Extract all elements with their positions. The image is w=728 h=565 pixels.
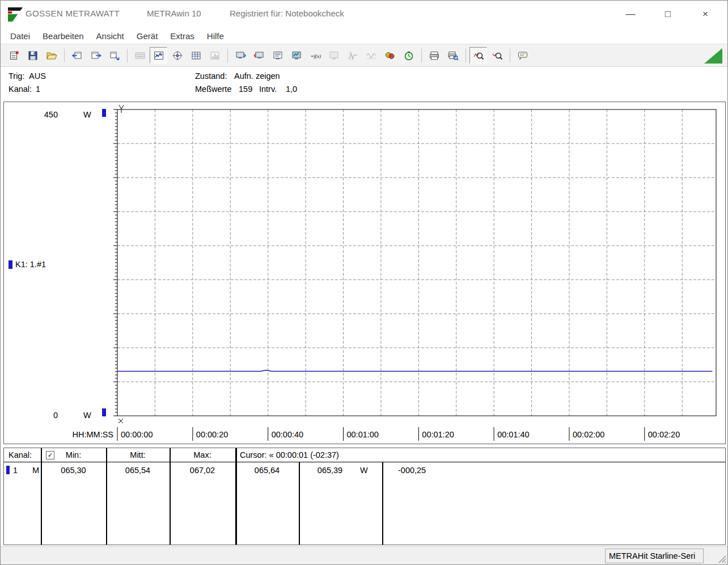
chart-panel: 450W0WK1: 1.#1HH:MM:SS00:00:0000:00:2000… [3,102,726,444]
x-tick-label: 00:02:00 [573,430,604,439]
svg-text:=f(x): =f(x) [310,53,321,59]
x-tick-label: 00:01:40 [497,430,529,439]
row-unit: W [360,466,368,475]
export-right-button[interactable] [87,47,104,64]
interval-label: Intrv. [259,85,277,94]
formula-icon: =f(x) [310,50,321,61]
column-divider [235,448,237,545]
device-status: METRAHit Starline-Seri [605,549,704,563]
color-channels-button[interactable] [381,47,399,64]
x-axis-format-label: HH:MM:SS [73,430,114,439]
waveform-b-icon [366,50,377,61]
row-channel: 1 [13,466,18,475]
toolbar-separator [465,49,466,62]
histogram-view-button [206,47,223,64]
print-preview-button[interactable] [444,47,462,64]
menu-hilfe[interactable]: Hilfe [201,31,230,41]
save-file-button[interactable] [24,47,41,64]
menu-ansicht[interactable]: Ansicht [90,31,130,41]
x-cursor-mark [118,419,123,423]
waveform-a-icon [347,50,358,61]
brand-logo [7,6,23,23]
samples-label: Meßwerte [195,85,231,94]
device-list-icon [272,50,283,61]
export-window-button[interactable] [105,47,123,64]
stats-table: Kanal: ✓ Min: Mitt: Max: Cursor: « 00:00… [3,448,726,545]
stopwatch-button[interactable] [400,47,417,64]
brand-text: GOSSEN METRAWATT [26,9,120,18]
xy-chart-icon [172,50,183,61]
toolbar-separator [227,49,228,62]
title-bar: GOSSEN METRAWATT METRAwin 10 Registriert… [1,1,727,28]
print-button[interactable] [425,47,443,64]
toolbar: =f(x) [1,44,727,67]
col-header-kanal: Kanal: [9,450,32,459]
row-cursor-a: 065,64 [235,466,299,475]
connection-indicator-icon [704,48,722,64]
open-folder-button[interactable] [43,47,60,64]
device-upload-button[interactable] [250,47,268,64]
y-unit-top-label: W [83,110,91,119]
zoom-value-button[interactable] [488,47,506,64]
menu-bearbeiten[interactable]: Bearbeiten [36,31,90,41]
yt-chart-icon [153,50,164,61]
annotation-icon [517,50,528,61]
y-axis-arrow [119,105,124,113]
col-header-mitt: Mitt: [106,450,170,459]
column-divider [41,448,42,545]
registered-text: Registriert für: Notebookcheck [230,9,344,18]
waveform-a-button [344,47,361,64]
zoom-time-button[interactable] [469,47,487,64]
new-file-button[interactable] [5,47,23,64]
device-offline-icon [328,50,340,61]
device-monitor-button[interactable] [287,47,305,64]
device-download-button[interactable] [231,47,249,64]
legend-label: K1: 1.#1 [15,260,46,269]
export-left-button[interactable] [68,47,86,64]
menu-datei[interactable]: Datei [4,31,36,41]
formula-button[interactable]: =f(x) [306,47,324,64]
row-max: 067,02 [170,466,235,475]
zoom-time-icon [473,50,484,61]
minimize-button[interactable]: — [612,1,649,28]
export-window-icon [109,50,120,61]
histogram-view-icon [209,50,221,61]
device-list-button[interactable] [269,47,286,64]
yt-chart-button[interactable] [150,47,167,64]
x-tick-label: 00:00:20 [196,430,228,439]
plot-border [117,109,716,416]
series-line [117,370,712,372]
close-button[interactable]: × [687,1,724,28]
header-divider [4,462,725,462]
column-divider [106,448,107,545]
menu-geraet[interactable]: Gerät [130,31,164,41]
menu-extras[interactable]: Extras [164,31,201,41]
xy-chart-button[interactable] [168,47,186,64]
power-chart[interactable]: 450W0WK1: 1.#1HH:MM:SS00:00:0000:00:2000… [4,102,725,444]
col-header-max: Max: [170,450,235,459]
chart-grid [117,109,716,416]
save-file-icon [27,50,39,61]
x-tick-label: 00:01:00 [346,430,378,439]
column-divider [382,462,383,545]
export-left-icon [71,50,83,61]
stopwatch-icon [403,50,414,61]
print-preview-icon [447,50,459,61]
row-min: 065,30 [41,466,106,475]
channel-color-marker [6,466,10,474]
toolbar-separator [127,49,128,62]
channel-label: Kanal: [9,85,32,94]
samples-value: 159 [239,85,252,94]
maximize-button[interactable]: □ [649,1,687,28]
toolbar-separator [510,49,510,62]
app-window: GOSSEN METRAWATT METRAwin 10 Registriert… [0,0,728,565]
col-header-cursor: Cursor: « 00:00:01 (-02:37) [240,450,339,459]
menu-bar: DateiBearbeitenAnsichtGerätExtrasHilfe [1,28,727,44]
resize-grip-icon[interactable] [717,554,726,563]
annotation-button[interactable] [514,47,531,64]
axis-marker-bottom [102,408,106,416]
numeric-display-button [131,47,149,64]
table-view-button[interactable] [187,47,205,64]
y-axis-ticks [113,109,117,416]
row-cursor-b: 065,39 [299,466,361,475]
